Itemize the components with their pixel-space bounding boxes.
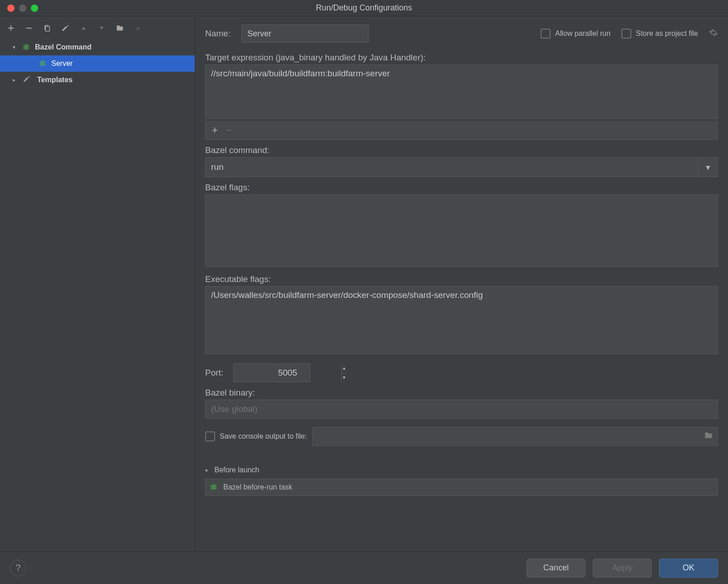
allow-parallel-checkbox[interactable]: Allow parallel run <box>541 29 610 39</box>
name-input[interactable] <box>241 25 369 43</box>
checkbox-box <box>205 431 215 441</box>
folder-add-icon[interactable] <box>115 24 124 33</box>
bazel-icon: ❇ <box>210 482 217 492</box>
name-label: Name: <box>205 29 231 39</box>
bazel-flags-input[interactable] <box>205 194 718 267</box>
content-area: » ▾ ❇ Bazel Command ❇ Server ▸ Templates <box>0 16 728 551</box>
sidebar-toolbar: » <box>0 16 195 39</box>
target-mini-toolbar: + − <box>205 121 718 140</box>
store-project-checkbox[interactable]: Store as project file <box>621 29 698 39</box>
stepper-down-icon[interactable]: ▼ <box>342 373 346 382</box>
port-value[interactable] <box>234 364 341 382</box>
tree-group-label: Templates <box>37 76 73 84</box>
exec-flags-input[interactable] <box>205 286 718 354</box>
window-title: Run/Debug Configurations <box>0 3 728 13</box>
tree-group-bazel[interactable]: ▾ ❇ Bazel Command <box>0 39 195 55</box>
sidebar: » ▾ ❇ Bazel Command ❇ Server ▸ Templates <box>0 16 195 551</box>
port-row: Port: ▲ ▼ <box>205 363 718 382</box>
bazel-binary-label: Bazel binary: <box>205 388 718 398</box>
bazel-command-label: Bazel command: <box>205 145 718 155</box>
save-console-checkbox[interactable]: Save console output to file: <box>205 431 307 441</box>
ok-button[interactable]: OK <box>659 559 718 578</box>
chevron-down-icon: ▾ <box>698 158 718 177</box>
port-label: Port: <box>205 368 223 378</box>
name-row: Name: Allow parallel run Store as projec… <box>205 25 718 43</box>
remove-target-icon[interactable]: − <box>226 125 232 135</box>
config-tree: ▾ ❇ Bazel Command ❇ Server ▸ Templates <box>0 39 195 551</box>
save-console-path-input[interactable] <box>312 427 718 446</box>
bazel-binary-input[interactable] <box>205 400 718 419</box>
apply-button[interactable]: Apply <box>593 559 652 578</box>
add-target-icon[interactable]: + <box>212 125 218 135</box>
before-launch-task-label: Bazel before-run task <box>223 483 292 491</box>
main-panel: Name: Allow parallel run Store as projec… <box>195 16 728 551</box>
zoom-window-icon[interactable] <box>31 5 38 12</box>
target-expression-input[interactable] <box>205 64 718 119</box>
target-label: Target expression (java_binary handled b… <box>205 53 718 63</box>
bazel-icon: ❇ <box>39 59 46 69</box>
titlebar: Run/Debug Configurations <box>0 0 728 16</box>
copy-config-icon[interactable] <box>43 24 52 33</box>
add-config-icon[interactable] <box>6 24 15 33</box>
bazel-icon: ❇ <box>23 42 30 52</box>
help-button[interactable]: ? <box>10 560 26 576</box>
exec-flags-label: Executable flags: <box>205 274 718 284</box>
chevron-down-icon: ▾ <box>205 467 208 474</box>
help-icon: ? <box>15 563 20 573</box>
before-launch-task-row[interactable]: ❇ Bazel before-run task <box>205 479 718 496</box>
before-launch-header[interactable]: ▾ Before launch <box>205 466 718 474</box>
folder-icon[interactable] <box>704 431 713 442</box>
save-console-label: Save console output to file: <box>220 432 307 440</box>
select-value: run <box>206 162 698 172</box>
port-input[interactable]: ▲ ▼ <box>233 363 310 382</box>
tree-group-label: Bazel Command <box>35 43 91 51</box>
wrench-icon <box>23 75 32 85</box>
window-controls <box>0 5 38 12</box>
move-down-icon[interactable] <box>97 24 106 33</box>
minimize-window-icon[interactable] <box>19 5 26 12</box>
svg-rect-0 <box>45 26 49 31</box>
checkbox-box <box>541 29 551 39</box>
close-window-icon[interactable] <box>7 5 15 12</box>
move-up-icon[interactable] <box>79 24 88 33</box>
chevron-down-icon: ▾ <box>13 44 20 50</box>
edit-defaults-icon[interactable] <box>61 24 70 33</box>
bazel-command-select[interactable]: run ▾ <box>205 157 718 177</box>
before-launch-label: Before launch <box>214 466 259 474</box>
before-launch-section: ▾ Before launch ❇ Bazel before-run task <box>205 466 718 496</box>
dialog-footer: ? Cancel Apply OK <box>0 551 728 584</box>
remove-config-icon[interactable] <box>25 24 34 33</box>
bazel-flags-label: Bazel flags: <box>205 183 718 193</box>
tree-group-templates[interactable]: ▸ Templates <box>0 72 195 88</box>
expand-toolbar-icon[interactable]: » <box>133 24 143 33</box>
store-project-label: Store as project file <box>636 30 698 38</box>
save-console-row: Save console output to file: <box>205 427 718 446</box>
gear-icon[interactable] <box>709 28 718 39</box>
allow-parallel-label: Allow parallel run <box>555 30 610 38</box>
chevron-right-icon: ▸ <box>13 77 20 83</box>
checkbox-box <box>621 29 631 39</box>
cancel-button[interactable]: Cancel <box>526 559 585 578</box>
tree-item-server[interactable]: ❇ Server <box>0 55 195 72</box>
stepper-up-icon[interactable]: ▲ <box>342 364 346 373</box>
tree-item-label: Server <box>51 59 73 68</box>
